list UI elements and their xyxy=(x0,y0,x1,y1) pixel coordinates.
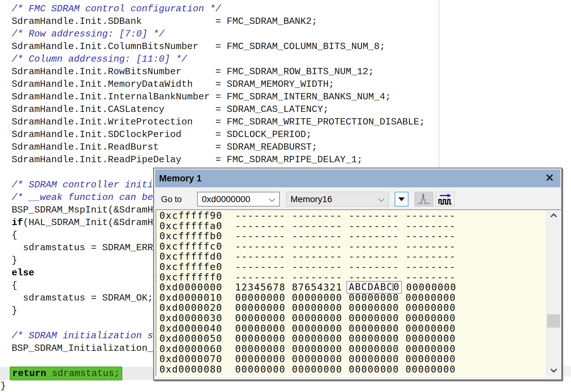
memory-value[interactable]: -------- xyxy=(235,241,286,252)
close-button[interactable] xyxy=(544,172,556,184)
code-line[interactable]: /* FMC SDRAM control configuration */ xyxy=(0,3,571,15)
memory-value[interactable]: 00000000 xyxy=(349,343,399,354)
scroll-up-button[interactable] xyxy=(546,210,561,221)
memory-value[interactable]: -------- xyxy=(292,230,342,241)
memory-value[interactable]: -------- xyxy=(349,210,399,221)
memory-row[interactable]: 0xd0000030 00000000 00000000 00000000 00… xyxy=(159,313,546,323)
memory-row[interactable]: 0xd0000080 00000000 00000000 00000000 00… xyxy=(159,364,546,375)
memory-value[interactable]: -------- xyxy=(292,272,342,283)
memory-value[interactable]: 00000000 xyxy=(405,353,456,364)
memory-row[interactable]: 0xd0000040 00000000 00000000 00000000 00… xyxy=(159,323,546,334)
memory-titlebar[interactable]: Memory 1 xyxy=(155,169,560,187)
memory-edit-field[interactable]: ABCDABC0 xyxy=(346,281,402,294)
memory-value[interactable]: 00000000 xyxy=(292,312,342,323)
memory-value[interactable]: 12345678 xyxy=(235,282,286,293)
memory-value[interactable]: 00000000 xyxy=(292,323,342,334)
memory-value[interactable]: -------- xyxy=(292,210,342,221)
code-line[interactable]: /* Row addressing: [7:0] */ xyxy=(0,28,571,40)
memory-scrollbar[interactable] xyxy=(546,210,561,376)
memory-value[interactable]: -------- xyxy=(405,210,456,221)
code-line[interactable]: SdramHandle.Init.MemoryDataWidth = SDRAM… xyxy=(0,78,571,91)
memory-value[interactable]: 00000000 xyxy=(292,333,342,344)
code-line[interactable]: SdramHandle.Init.InternalBankNumber = FM… xyxy=(0,91,571,103)
memory-table[interactable]: 0xcfffff90 -------- -------- -------- --… xyxy=(156,209,561,377)
memory-value[interactable]: 00000000 xyxy=(235,353,286,364)
memory-value[interactable]: 00000000 xyxy=(406,282,457,293)
history-dropdown-button[interactable] xyxy=(395,192,408,207)
memory-row[interactable]: 0xcfffff90 -------- -------- -------- --… xyxy=(159,211,546,221)
memory-value[interactable]: -------- xyxy=(349,261,399,272)
memory-value[interactable]: 00000000 xyxy=(292,292,342,303)
code-line[interactable]: } xyxy=(0,380,571,392)
memory-rows[interactable]: 0xcfffff90 -------- -------- -------- --… xyxy=(156,210,546,376)
code-line[interactable]: SdramHandle.Init.CASLatency = SDRAM_CAS_… xyxy=(0,103,571,116)
code-line[interactable]: SdramHandle.Init.ReadBurst = SDRAM_READB… xyxy=(0,141,571,153)
memory-row[interactable]: 0xd0000000 12345678 87654321 ABCDABC0 00… xyxy=(159,282,546,293)
memory-value[interactable]: 00000000 xyxy=(405,333,456,344)
memory-value[interactable]: -------- xyxy=(349,251,399,262)
memory-value[interactable]: 00000000 xyxy=(405,323,456,334)
memory-row[interactable]: 0xcfffffe0 -------- -------- -------- --… xyxy=(159,262,546,272)
memory-value[interactable]: 00000000 xyxy=(235,312,286,323)
memory-value[interactable]: 00000000 xyxy=(292,353,342,364)
memory-value[interactable]: -------- xyxy=(292,251,342,262)
memory-row[interactable]: 0xd0000020 00000000 00000000 00000000 00… xyxy=(159,303,546,313)
memory-value[interactable]: 00000000 xyxy=(405,302,456,313)
memory-row[interactable]: 0xcfffffa0 -------- -------- -------- --… xyxy=(159,221,546,231)
memory-value[interactable]: -------- xyxy=(405,241,456,252)
memory-value[interactable]: -------- xyxy=(235,261,286,272)
memory-value[interactable]: 00000000 xyxy=(349,292,399,303)
code-line[interactable]: SdramHandle.Init.SDClockPeriod = SDCLOCK… xyxy=(0,128,571,141)
code-line[interactable]: SdramHandle.Init.WriteProtection = FMC_S… xyxy=(0,116,571,128)
logic-wave-button[interactable] xyxy=(435,192,455,207)
memory-value[interactable]: -------- xyxy=(235,220,286,231)
memory-type-combobox[interactable]: Memory16 xyxy=(286,192,389,207)
memory-value[interactable]: -------- xyxy=(235,251,286,262)
memory-value[interactable]: 00000000 xyxy=(235,343,286,354)
memory-row[interactable]: 0xd0000010 00000000 00000000 00000000 00… xyxy=(159,293,546,303)
memory-value[interactable]: 00000000 xyxy=(235,364,286,375)
memory-row[interactable]: 0xcfffffb0 -------- -------- -------- --… xyxy=(159,231,546,241)
memory-value[interactable]: 00000000 xyxy=(292,364,342,375)
address-combobox[interactable]: 0xd0000000 xyxy=(197,192,280,207)
memory-value[interactable]: -------- xyxy=(292,241,342,252)
scroll-down-button[interactable] xyxy=(546,365,561,376)
memory-value[interactable]: -------- xyxy=(235,210,286,221)
memory-value[interactable]: 00000000 xyxy=(349,323,399,334)
memory-value[interactable]: 87654321 xyxy=(292,282,342,293)
memory-value[interactable]: 00000000 xyxy=(235,333,286,344)
memory-value[interactable]: -------- xyxy=(349,230,399,241)
memory-value[interactable]: -------- xyxy=(405,272,456,283)
memory-value[interactable]: 00000000 xyxy=(235,292,286,303)
memory-value[interactable]: -------- xyxy=(405,230,456,241)
memory-row[interactable]: 0xd0000050 00000000 00000000 00000000 00… xyxy=(159,334,546,344)
code-line[interactable]: /* Column addressing: [11:0] */ xyxy=(0,53,571,65)
memory-row[interactable]: 0xcfffffd0 -------- -------- -------- --… xyxy=(159,251,546,262)
memory-value[interactable]: 00000000 xyxy=(405,312,456,323)
memory-value[interactable]: 00000000 xyxy=(405,343,456,354)
memory-value[interactable]: 00000000 xyxy=(349,302,399,313)
memory-row[interactable]: 0xcfffffc0 -------- -------- -------- --… xyxy=(159,241,546,252)
code-line[interactable]: SdramHandle.Init.SDBank = FMC_SDRAM_BANK… xyxy=(0,15,571,28)
memory-value[interactable]: -------- xyxy=(349,220,399,231)
memory-value[interactable]: -------- xyxy=(349,241,399,252)
memory-value[interactable]: 00000000 xyxy=(405,292,456,303)
scrollbar-thumb[interactable] xyxy=(547,314,560,328)
memory-value[interactable]: 00000000 xyxy=(292,343,342,354)
memory-value[interactable]: -------- xyxy=(405,261,456,272)
memory-value[interactable]: 00000000 xyxy=(349,333,399,344)
memory-value[interactable]: 00000000 xyxy=(235,323,286,334)
memory-value[interactable]: -------- xyxy=(292,261,342,272)
trigger-pulse-button[interactable] xyxy=(414,192,433,207)
memory-value[interactable]: 00000000 xyxy=(349,312,399,323)
memory-value[interactable]: -------- xyxy=(292,220,342,231)
memory-value[interactable]: 00000000 xyxy=(235,302,286,313)
code-line[interactable]: SdramHandle.Init.ColumnBitsNumber = FMC_… xyxy=(0,40,571,53)
memory-value[interactable]: -------- xyxy=(405,220,456,231)
memory-row[interactable]: 0xd0000070 00000000 00000000 00000000 00… xyxy=(159,354,546,364)
memory-value[interactable]: -------- xyxy=(235,230,286,241)
code-line[interactable]: SdramHandle.Init.ReadPipeDelay = FMC_SDR… xyxy=(0,153,571,166)
memory-value[interactable]: 00000000 xyxy=(349,364,399,375)
memory-value[interactable]: 00000000 xyxy=(292,302,342,313)
memory-value[interactable]: 00000000 xyxy=(405,364,456,375)
